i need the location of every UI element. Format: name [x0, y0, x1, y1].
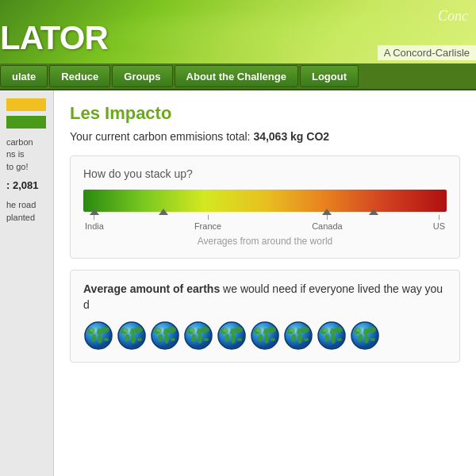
svg-point-8	[90, 328, 98, 332]
earth-globe-5	[250, 321, 280, 351]
svg-point-18	[123, 328, 131, 332]
nav-logout[interactable]: Logout	[300, 65, 359, 87]
svg-point-88	[356, 328, 364, 332]
nav-reduce[interactable]: Reduce	[49, 65, 110, 87]
svg-point-37	[204, 338, 209, 341]
svg-point-87	[370, 338, 375, 341]
label-canada: Canada	[312, 215, 343, 231]
svg-point-75	[331, 334, 336, 344]
nav-groups[interactable]: Groups	[112, 65, 172, 87]
svg-point-67	[304, 338, 309, 341]
app-title: LATOR	[0, 19, 108, 57]
earth-globe-6	[283, 321, 313, 351]
sidebar-text-road: he road planted	[6, 199, 47, 224]
svg-point-58	[256, 328, 264, 332]
averages-text: Averages from around the world	[83, 236, 447, 247]
svg-point-78	[323, 328, 331, 332]
svg-point-35	[198, 334, 202, 344]
label-india: India	[85, 215, 104, 231]
svg-point-65	[298, 334, 302, 344]
svg-point-77	[337, 338, 342, 341]
earth-globe-3	[183, 321, 213, 351]
main-content: Les Impacto Your current carbon emmision…	[54, 90, 476, 476]
sidebar-number: : 2,081	[6, 179, 47, 191]
stack-up-box: How do you stack up? India	[70, 155, 460, 259]
sidebar: carbon ns is to go! : 2,081 he road plan…	[0, 90, 54, 476]
gradient-bar	[83, 190, 447, 212]
svg-point-85	[364, 334, 369, 344]
sidebar-text-carbon: carbon ns is to go!	[6, 136, 47, 173]
sidebar-bar-green	[6, 116, 46, 129]
svg-point-7	[104, 338, 109, 341]
us-marker	[369, 209, 378, 215]
svg-point-38	[190, 328, 198, 332]
stack-up-title: How do you stack up?	[83, 167, 447, 180]
earth-globe-4	[217, 321, 247, 351]
earth-globe-1	[117, 321, 147, 351]
gradient-bar-container: India France Canada US	[83, 190, 447, 231]
svg-point-45	[231, 334, 236, 344]
svg-point-27	[171, 338, 175, 341]
page-title: Les Impacto	[70, 103, 460, 124]
earths-title-strong: Average amount of earths	[83, 282, 220, 295]
header: LATOR Conc A Concord-Carlisle	[0, 0, 476, 63]
sidebar-bar-yellow	[6, 98, 46, 111]
label-france: France	[194, 215, 221, 231]
earth-globe-8	[350, 321, 380, 351]
label-us: US	[433, 215, 445, 231]
svg-point-55	[264, 334, 269, 344]
carbon-summary-prefix: Your current carbon emmisions total:	[70, 130, 253, 143]
navbar: ulate Reduce Groups About the Challenge …	[0, 63, 476, 90]
svg-point-28	[156, 328, 164, 332]
svg-point-25	[164, 334, 169, 344]
nav-about-challenge[interactable]: About the Challenge	[175, 65, 298, 87]
svg-point-48	[223, 328, 231, 332]
svg-point-5	[98, 334, 102, 344]
gradient-bar-labels: India France Canada US	[83, 215, 447, 231]
france-marker	[159, 209, 168, 215]
subtitle-text: A Concord-Carlisle	[378, 45, 476, 60]
earth-globe-2	[150, 321, 180, 351]
svg-point-57	[271, 338, 275, 341]
svg-point-15	[131, 334, 136, 344]
svg-point-17	[137, 338, 142, 341]
page-layout: carbon ns is to go! : 2,081 he road plan…	[0, 90, 476, 476]
earth-globe-0	[83, 321, 113, 351]
nav-calculate[interactable]: ulate	[0, 65, 48, 87]
canada-marker	[322, 209, 332, 215]
earths-box: Average amount of earths we would need i…	[70, 270, 460, 363]
india-marker	[90, 209, 99, 215]
carbon-value: 34,063 kg CO2	[253, 130, 329, 143]
svg-point-47	[237, 338, 242, 341]
brand-text: Conc	[438, 8, 468, 25]
carbon-summary: Your current carbon emmisions total: 34,…	[70, 130, 460, 143]
earths-row	[83, 321, 447, 351]
earth-globe-7	[317, 321, 347, 351]
earths-title: Average amount of earths we would need i…	[83, 282, 447, 313]
svg-point-68	[290, 328, 298, 332]
